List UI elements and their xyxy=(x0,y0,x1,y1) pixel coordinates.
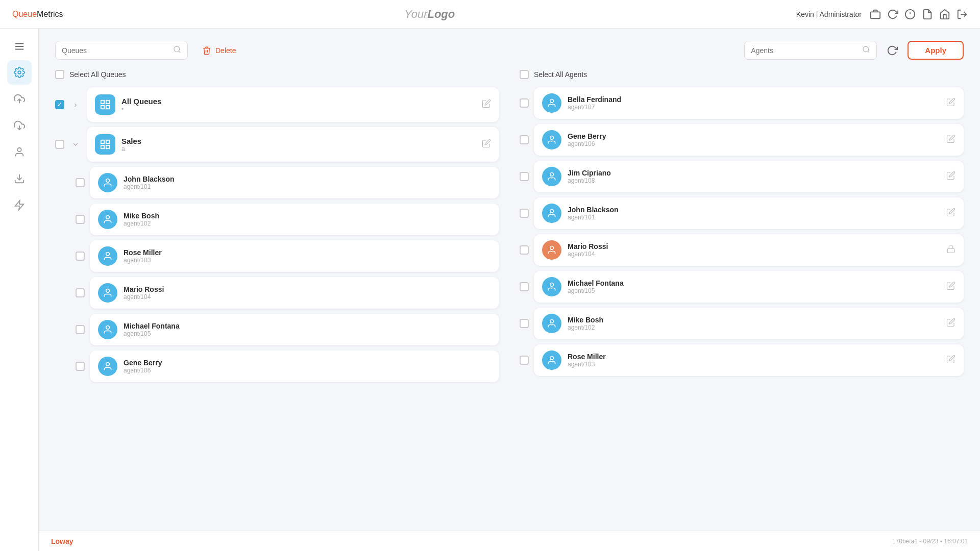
sidebar-item-export[interactable] xyxy=(7,166,32,191)
agent-106-avatar xyxy=(542,130,561,149)
sales-agent-104-id: agent/104 xyxy=(124,293,491,300)
agent-107-edit-icon[interactable] xyxy=(946,97,955,109)
agent-107-name: Bella Ferdinand xyxy=(568,95,940,104)
agent-105-card: Michael Fontana agent/105 xyxy=(534,271,964,303)
sales-agent-105-name: Michael Fontana xyxy=(124,322,491,330)
sales-agent-104-checkbox[interactable] xyxy=(76,288,85,297)
sales-agent-105-checkbox[interactable] xyxy=(76,325,85,334)
agent-row-101: John Blackson agent/101 xyxy=(520,197,964,229)
svg-rect-18 xyxy=(101,101,104,104)
sales-agent-103-name: Rose Miller xyxy=(124,248,491,257)
info-icon[interactable] xyxy=(904,9,916,20)
agent-104-lock-icon[interactable] xyxy=(946,244,955,256)
agent-105-edit-icon[interactable] xyxy=(946,281,955,292)
all-queues-row: ✓ › All Queues • xyxy=(55,87,499,122)
agent-105-id: agent/105 xyxy=(568,287,940,294)
sales-agent-103-checkbox[interactable] xyxy=(76,252,85,261)
sidebar-item-user[interactable] xyxy=(7,140,32,164)
all-queues-checkbox[interactable]: ✓ xyxy=(55,100,64,109)
agent-108-avatar xyxy=(542,167,561,186)
toolbar-right: Apply xyxy=(744,41,964,60)
agent-107-id: agent/107 xyxy=(568,104,940,111)
agent-106-info: Gene Berry agent/106 xyxy=(568,132,940,147)
agent-row-107: Bella Ferdinand agent/107 xyxy=(520,87,964,119)
apply-button[interactable]: Apply xyxy=(908,41,964,60)
svg-point-33 xyxy=(550,136,554,140)
all-queues-edit-icon[interactable] xyxy=(482,99,491,110)
sales-agent-102-checkbox[interactable] xyxy=(76,215,85,224)
sales-agent-104-avatar xyxy=(98,283,117,303)
agent-row-108: Jim Cipriano agent/108 xyxy=(520,161,964,192)
agent-106-checkbox[interactable] xyxy=(520,135,529,144)
sales-agent-row: Gene Berry agent/106 xyxy=(76,350,499,382)
toolbar: Delete Apply xyxy=(55,41,964,60)
sales-agent-row: Mike Bosh agent/102 xyxy=(76,204,499,235)
agent-101-checkbox[interactable] xyxy=(520,209,529,218)
svg-rect-0 xyxy=(871,12,880,18)
agent-106-name: Gene Berry xyxy=(568,132,940,140)
agent-108-card: Jim Cipriano agent/108 xyxy=(534,161,964,192)
user-info: Kevin | Administrator xyxy=(796,10,862,18)
agents-search-box[interactable] xyxy=(744,41,877,60)
logo-metrics: Metrics xyxy=(37,10,63,18)
sales-agent-106-checkbox[interactable] xyxy=(76,362,85,371)
file-icon[interactable] xyxy=(922,9,933,20)
hamburger-button[interactable] xyxy=(0,35,38,58)
delete-button[interactable]: Delete xyxy=(196,42,242,59)
svg-point-32 xyxy=(550,99,554,103)
queues-search-input[interactable] xyxy=(62,46,169,55)
sales-agent-101-avatar xyxy=(98,173,117,192)
sales-info: Sales a xyxy=(121,137,476,153)
agent-106-edit-icon[interactable] xyxy=(946,134,955,145)
svg-line-15 xyxy=(179,51,180,53)
select-all-queues-checkbox[interactable] xyxy=(55,70,64,79)
agent-103-info: Rose Miller agent/103 xyxy=(568,353,940,368)
agent-102-edit-icon[interactable] xyxy=(946,318,955,329)
agent-108-name: Jim Cipriano xyxy=(568,169,940,177)
refresh-icon[interactable] xyxy=(887,9,898,20)
sidebar-item-upload[interactable] xyxy=(7,87,32,111)
sales-checkbox[interactable] xyxy=(55,140,64,149)
agent-row-103: Rose Miller agent/103 xyxy=(520,344,964,376)
agent-107-checkbox[interactable] xyxy=(520,98,529,108)
sales-agent-101-name: John Blackson xyxy=(124,175,491,183)
agent-102-checkbox[interactable] xyxy=(520,319,529,328)
agent-107-avatar xyxy=(542,93,561,113)
sales-agent-106-card: Gene Berry agent/106 xyxy=(90,350,499,382)
sales-agent-101-checkbox[interactable] xyxy=(76,178,85,187)
agent-108-edit-icon[interactable] xyxy=(946,171,955,182)
sales-agent-102-avatar xyxy=(98,210,117,229)
main-content: Delete Apply Select All Queues xyxy=(39,29,980,531)
all-queues-expand[interactable]: › xyxy=(69,98,82,111)
home-icon[interactable] xyxy=(939,9,950,20)
logout-icon[interactable] xyxy=(957,9,968,20)
agents-search-input[interactable] xyxy=(751,46,858,55)
sidebar-item-gear[interactable] xyxy=(7,60,32,85)
agent-102-id: agent/102 xyxy=(568,324,940,331)
sales-agent-104-card: Mario Rossi agent/104 xyxy=(90,277,499,309)
select-all-agents-checkbox[interactable] xyxy=(520,70,529,79)
sales-agent-103-info: Rose Miller agent/103 xyxy=(124,248,491,264)
agent-105-checkbox[interactable] xyxy=(520,282,529,291)
queues-search-icon xyxy=(173,45,181,55)
sidebar-item-download[interactable] xyxy=(7,113,32,138)
refresh-button[interactable] xyxy=(883,41,901,60)
sales-agent-103-avatar xyxy=(98,246,117,266)
sidebar-item-lightning[interactable] xyxy=(7,193,32,217)
agent-108-checkbox[interactable] xyxy=(520,172,529,181)
sidebar xyxy=(0,29,39,551)
agent-104-avatar xyxy=(542,240,561,260)
agent-101-edit-icon[interactable] xyxy=(946,208,955,219)
header: QueueMetrics YourLogo Kevin | Administra… xyxy=(0,0,980,29)
agent-104-checkbox[interactable] xyxy=(520,245,529,255)
sales-expand[interactable] xyxy=(69,138,82,151)
sales-agent-102-name: Mike Bosh xyxy=(124,212,491,220)
queues-search-box[interactable] xyxy=(55,41,188,60)
sales-agent-105-id: agent/105 xyxy=(124,330,491,337)
all-queues-card: All Queues • xyxy=(87,87,499,122)
briefcase-icon[interactable] xyxy=(870,9,881,20)
sales-edit-icon[interactable] xyxy=(482,139,491,150)
agent-103-edit-icon[interactable] xyxy=(946,355,955,366)
logo: QueueMetrics xyxy=(12,10,63,19)
agent-103-checkbox[interactable] xyxy=(520,356,529,365)
